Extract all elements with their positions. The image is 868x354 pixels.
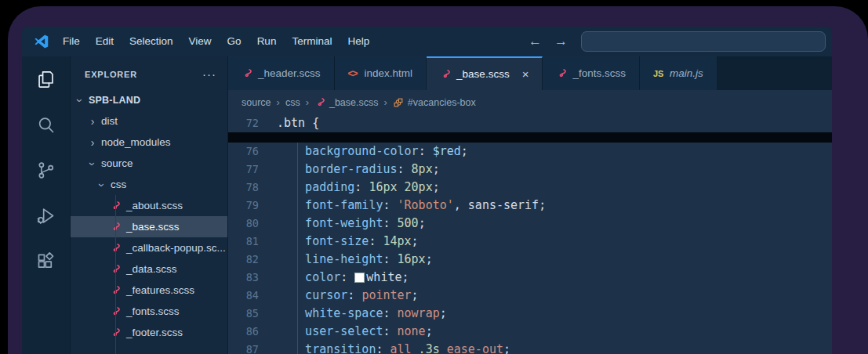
code-text: transition: all .3s ease-out;	[277, 341, 510, 354]
code-text: padding: 16px 20px;	[277, 179, 440, 197]
sass-file-icon	[440, 69, 451, 80]
breadcrumb-separator: ›	[384, 96, 387, 108]
close-icon[interactable]: ×	[522, 67, 529, 81]
menu-item-help[interactable]: Help	[340, 27, 377, 56]
code-line[interactable]: 83 color: white;	[228, 269, 832, 287]
line-number[interactable]: 80	[228, 215, 277, 233]
tab-index-html[interactable]: <>index.html	[335, 56, 427, 90]
line-number[interactable]: 72	[228, 114, 277, 132]
vscode-logo-icon	[33, 33, 50, 50]
tree-item-label: _footer.scss	[126, 327, 183, 338]
line-number[interactable]: 79	[228, 197, 277, 215]
line-number[interactable]: 84	[228, 287, 277, 305]
line-number[interactable]: 76	[228, 143, 277, 161]
breadcrumb-segment--base-scss[interactable]: _base.scss	[314, 97, 379, 108]
tree-item-label: _base.scss	[126, 221, 180, 233]
breadcrumb-label: css	[285, 97, 300, 108]
code-line[interactable]: 87 transition: all .3s ease-out;	[228, 341, 832, 354]
line-number[interactable]: 87	[228, 341, 277, 354]
tree-file--callback-popup-sc-[interactable]: _callback-popup.sc...	[71, 237, 227, 258]
menu-item-go[interactable]: Go	[220, 27, 249, 56]
tree-folder-css[interactable]: ›css	[71, 174, 227, 195]
tree-file--fonts-scss[interactable]: _fonts.scss	[71, 301, 227, 322]
tab--base-scss[interactable]: _base.scss×	[427, 56, 543, 90]
breadcrumb-segment-source[interactable]: source	[242, 97, 271, 108]
source-control-icon[interactable]	[35, 160, 56, 181]
menu-item-edit[interactable]: Edit	[88, 27, 122, 56]
chevron-icon: ›	[96, 180, 108, 190]
more-actions-icon[interactable]: ···	[202, 71, 216, 78]
menu-item-run[interactable]: Run	[249, 27, 285, 56]
search-icon[interactable]	[35, 114, 56, 135]
tree-file--data-scss[interactable]: _data.scss	[71, 258, 227, 280]
code-line[interactable]: 84 cursor: pointer;	[228, 287, 832, 305]
code-text: background-color: $red;	[277, 143, 468, 161]
html-file-icon: <>	[348, 68, 359, 79]
color-swatch	[355, 273, 364, 282]
title-bar: FileEditSelectionViewGoRunTerminalHelp ←…	[22, 27, 832, 56]
screenshot-seam-bar	[228, 132, 832, 143]
code-text: cursor: pointer;	[277, 287, 419, 305]
tab--header-scss[interactable]: _header.scss	[228, 56, 335, 90]
tree-file--base-scss[interactable]: _base.scss	[71, 216, 227, 237]
breadcrumb-label: #vacancies-box	[408, 97, 476, 108]
code-line[interactable]: 79 font-family: 'Roboto', sans-serif;	[228, 197, 832, 215]
explorer-icon[interactable]	[35, 69, 56, 90]
tree-item-label: source	[101, 157, 133, 169]
code-line[interactable]: 86 user-select: none;	[228, 323, 832, 341]
line-number[interactable]: 81	[228, 233, 277, 251]
breadcrumb-segment-css[interactable]: css	[285, 97, 300, 108]
tree-item-label: _about.scss	[126, 200, 183, 211]
tree-file--about-scss[interactable]: _about.scss	[71, 195, 227, 216]
line-number[interactable]: 85	[228, 305, 277, 323]
breadcrumb-separator: ›	[277, 96, 280, 108]
menu-item-selection[interactable]: Selection	[122, 27, 181, 56]
code-text: border-radius: 8px;	[277, 161, 440, 179]
line-number[interactable]: 82	[228, 251, 277, 269]
vscode-window: FileEditSelectionViewGoRunTerminalHelp ←…	[22, 27, 832, 354]
tree-item-label: _features.scss	[126, 284, 194, 296]
code-text: font-weight: 500;	[277, 215, 426, 233]
nav-history: ← →	[525, 34, 572, 49]
editor-group: _header.scss<>index.html_base.scss×_font…	[228, 56, 832, 354]
tree-folder-node-modules[interactable]: ›node_modules	[71, 132, 227, 153]
line-number[interactable]: 77	[228, 161, 277, 179]
tab-main-js[interactable]: JSmain.js	[640, 56, 717, 90]
tab-label: index.html	[365, 67, 413, 79]
code-editor[interactable]: 72.btn {76 background-color: $red;77 bor…	[228, 114, 832, 354]
code-line[interactable]: 76 background-color: $red;	[228, 143, 832, 161]
menu-item-terminal[interactable]: Terminal	[284, 27, 340, 56]
tree-folder-dist[interactable]: ›dist	[71, 110, 227, 132]
tree-item-label: node_modules	[101, 136, 171, 148]
code-line[interactable]: 85 white-space: nowrap;	[228, 305, 832, 323]
chevron-icon: ›	[88, 136, 97, 149]
sass-file-icon	[314, 97, 325, 108]
titlebar-search-input[interactable]	[582, 32, 825, 51]
code-line[interactable]: 77 border-radius: 8px;	[228, 161, 832, 179]
tab--fonts-scss[interactable]: _fonts.scss	[543, 56, 640, 90]
tree-file--footer-scss[interactable]: _footer.scss	[71, 322, 227, 343]
code-line[interactable]: 78 padding: 16px 20px;	[228, 179, 832, 197]
sass-file-icon	[556, 68, 567, 79]
code-text: line-height: 16px;	[277, 251, 433, 269]
tree-file--features-scss[interactable]: _features.scss	[71, 280, 227, 301]
menu-item-view[interactable]: View	[181, 27, 220, 56]
code-line[interactable]: 80 font-weight: 500;	[228, 215, 832, 233]
line-number[interactable]: 78	[228, 179, 277, 197]
editor-indent-guide	[297, 143, 298, 354]
extensions-icon[interactable]	[35, 251, 56, 272]
run-debug-icon[interactable]	[35, 205, 56, 226]
breadcrumb-segment--vacancies-box[interactable]: #vacancies-box	[393, 97, 476, 108]
forward-arrow-icon[interactable]: →	[550, 34, 572, 49]
tree-folder-source[interactable]: ›source	[71, 153, 227, 174]
titlebar-search-box[interactable]	[581, 31, 826, 52]
code-line[interactable]: 82 line-height: 16px;	[228, 251, 832, 269]
back-arrow-icon[interactable]: ←	[525, 34, 546, 49]
tab-bar: _header.scss<>index.html_base.scss×_font…	[228, 56, 832, 90]
menu-item-file[interactable]: File	[55, 27, 88, 56]
line-number[interactable]: 83	[228, 269, 277, 287]
code-line[interactable]: 81 font-size: 14px;	[228, 233, 832, 251]
line-number[interactable]: 86	[228, 323, 277, 341]
code-line[interactable]: 72.btn {	[228, 114, 832, 132]
tree-folder-spb-land[interactable]: ›SPB-LAND	[71, 89, 227, 110]
